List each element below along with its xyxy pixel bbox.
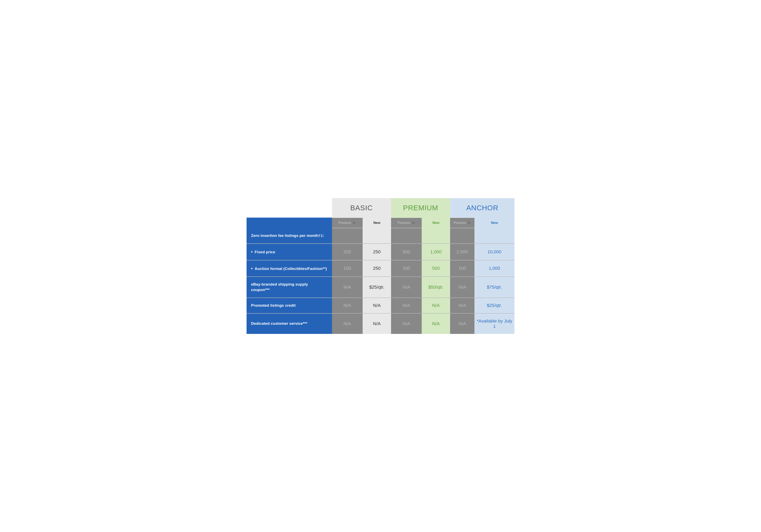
premium-new-subheader: New — [422, 217, 450, 228]
premium-tier-header: PREMIUM — [391, 198, 450, 217]
anchor-new-value: $25/qtr. — [474, 298, 514, 313]
anchor-prev-value: N/A — [450, 277, 474, 298]
basic-new-text: New — [374, 221, 380, 225]
basic-new-value: N/A — [363, 298, 391, 313]
row-label: Zero insertion fee listings per month†‡: — [247, 228, 332, 244]
anchor-prev-value: N/A — [450, 298, 474, 313]
anchor-prev-value: N/A — [450, 313, 474, 334]
anchor-new-text: New — [491, 221, 498, 225]
table-row: Zero insertion fee listings per month†‡: — [247, 228, 514, 244]
arrow-icon — [353, 221, 356, 225]
anchor-new-value — [474, 228, 514, 244]
anchor-new-value: 1,000 — [474, 260, 514, 277]
tier-header-row: BASIC PREMIUM ANCHOR — [247, 198, 514, 217]
premium-prev-value: 500 — [391, 244, 422, 260]
premium-new-value: 500 — [422, 260, 450, 277]
table-row: •Auction format (Collectibles/Fashion**)… — [247, 260, 514, 277]
premium-new-value: $50/qtr. — [422, 277, 450, 298]
premium-prev-value — [391, 228, 422, 244]
basic-prev-value: 200 — [332, 244, 363, 260]
table-row: Dedicated customer service***N/AN/AN/AN/… — [247, 313, 514, 334]
basic-previous-text: Previous — [338, 221, 351, 225]
premium-new-value: N/A — [422, 313, 450, 334]
basic-prev-value: N/A — [332, 298, 363, 313]
anchor-previous-subheader: Previous — [450, 217, 474, 228]
basic-new-value: 250 — [363, 244, 391, 260]
basic-prev-value: N/A — [332, 277, 363, 298]
premium-label: PREMIUM — [403, 204, 438, 212]
basic-new-value: N/A — [363, 313, 391, 334]
basic-new-value: $25/qtr. — [363, 277, 391, 298]
arrow-icon-3 — [468, 221, 471, 225]
anchor-previous-text: Previous — [453, 221, 466, 225]
bullet-icon: • — [251, 249, 253, 255]
basic-prev-value: 100 — [332, 260, 363, 277]
row-label: Dedicated customer service*** — [247, 313, 332, 334]
premium-prev-value: 100 — [391, 260, 422, 277]
basic-previous-subheader: Previous — [332, 217, 363, 228]
basic-new-value: 250 — [363, 260, 391, 277]
table-row: •Fixed price2002505001,0002,50010,000 — [247, 244, 514, 260]
premium-prev-value: N/A — [391, 313, 422, 334]
anchor-new-value: *Available by July 1 — [474, 313, 514, 334]
empty-header — [247, 198, 332, 217]
anchor-tier-header: ANCHOR — [450, 198, 514, 217]
subheader-label-cell — [247, 217, 332, 228]
anchor-prev-value: 2,500 — [450, 244, 474, 260]
premium-prev-value: N/A — [391, 277, 422, 298]
subheader-row: Previous New — [247, 217, 514, 228]
basic-new-subheader: New — [363, 217, 391, 228]
basic-new-value — [363, 228, 391, 244]
basic-label: BASIC — [350, 204, 373, 212]
row-label: •Fixed price — [247, 244, 332, 260]
row-label: eBay-branded shipping supply coupon*** — [247, 277, 332, 298]
anchor-label: ANCHOR — [466, 204, 498, 212]
premium-new-value: N/A — [422, 298, 450, 313]
row-label: Promoted listings credit — [247, 298, 332, 313]
premium-previous-subheader: Previous — [391, 217, 422, 228]
comparison-table: BASIC PREMIUM ANCHOR Previous — [247, 198, 514, 334]
anchor-new-value: 10,000 — [474, 244, 514, 260]
premium-previous-text: Previous — [398, 221, 410, 225]
bullet-icon: • — [251, 265, 253, 271]
anchor-prev-value: 100 — [450, 260, 474, 277]
premium-new-value — [422, 228, 450, 244]
basic-tier-header: BASIC — [332, 198, 391, 217]
basic-prev-value: N/A — [332, 313, 363, 334]
premium-new-value: 1,000 — [422, 244, 450, 260]
table-row: eBay-branded shipping supply coupon***N/… — [247, 277, 514, 298]
anchor-prev-value — [450, 228, 474, 244]
premium-prev-value: N/A — [391, 298, 422, 313]
premium-new-text: New — [433, 221, 439, 225]
row-label: •Auction format (Collectibles/Fashion**) — [247, 260, 332, 277]
anchor-new-value: $75/qtr. — [474, 277, 514, 298]
arrow-icon-2 — [412, 221, 415, 225]
anchor-new-subheader: New — [474, 217, 514, 228]
basic-prev-value — [332, 228, 363, 244]
table-row: Promoted listings creditN/AN/AN/AN/AN/A$… — [247, 298, 514, 313]
